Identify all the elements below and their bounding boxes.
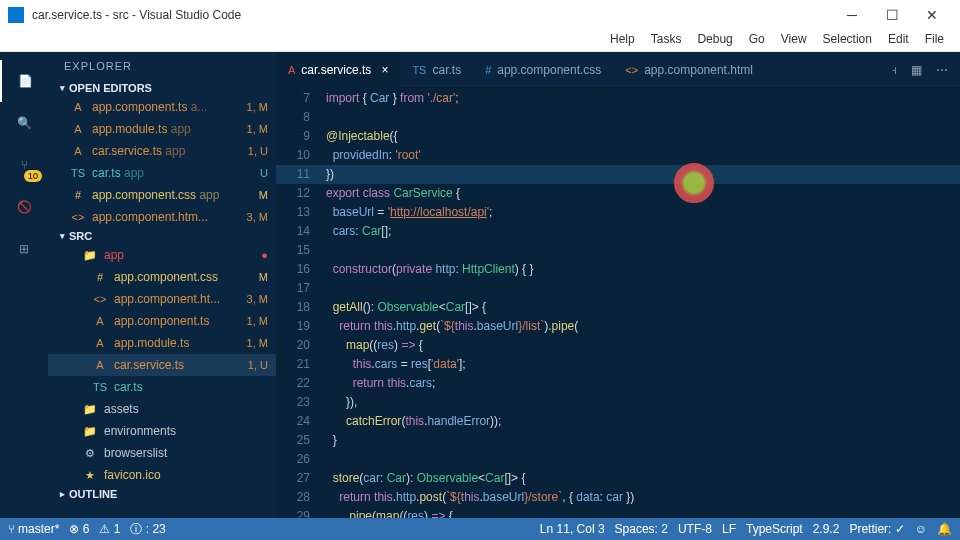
tree-item[interactable]: 📁assets [48,398,276,420]
code-line[interactable]: 18 getAll(): Observable<Car[]> { [276,298,960,317]
explorer-header: EXPLORER [48,52,276,80]
code-line[interactable]: 17 [276,279,960,298]
tree-item[interactable]: <>app.component.ht...3, M [48,288,276,310]
tab[interactable]: Acar.service.ts× [276,52,400,87]
code-line[interactable]: 7import { Car } from './car'; [276,89,960,108]
git-branch[interactable]: ⑂ master* [8,522,59,536]
tree-item[interactable]: 📁environments [48,420,276,442]
more-icon[interactable]: ⋯ [936,63,948,77]
code-line[interactable]: 20 map((res) => { [276,336,960,355]
code-line[interactable]: 8 [276,108,960,127]
tab[interactable]: TScar.ts [400,52,473,87]
menu-tasks[interactable]: Tasks [643,30,690,51]
code-line[interactable]: 19 return this.http.get(`${this.baseUrl}… [276,317,960,336]
code-line[interactable]: 26 [276,450,960,469]
code-line[interactable]: 22 return this.cars; [276,374,960,393]
activity-bar: 📄 🔍 ⑂10 🚫 ⊞ [0,52,48,518]
split-icon[interactable]: ⫞ [891,63,897,77]
tree-item[interactable]: TScar.ts [48,376,276,398]
tab-bar: Acar.service.ts×TScar.ts#app.component.c… [276,52,960,87]
close-tab-icon[interactable]: × [381,63,388,77]
code-line[interactable]: 25 } [276,431,960,450]
tab[interactable]: <>app.component.html [613,52,765,87]
warnings[interactable]: ⚠ 1 [99,522,120,536]
vscode-icon [8,7,24,23]
code-line[interactable]: 11}) [276,165,960,184]
src-section[interactable]: SRC [48,228,276,244]
open-editor-item[interactable]: #app.component.css appM [48,184,276,206]
window-title: car.service.ts - src - Visual Studio Cod… [32,8,832,22]
open-editor-item[interactable]: Aapp.module.ts app1, M [48,118,276,140]
code-line[interactable]: 28 return this.http.post(`${this.baseUrl… [276,488,960,507]
tree-item[interactable]: Aapp.component.ts1, M [48,310,276,332]
explorer-icon[interactable]: 📄 [0,60,48,102]
menu-selection[interactable]: Selection [815,30,880,51]
editor: Acar.service.ts×TScar.ts#app.component.c… [276,52,960,518]
scm-icon[interactable]: ⑂10 [0,144,48,186]
language[interactable]: TypeScript [746,522,803,536]
feedback-icon[interactable]: ☺ [915,522,927,536]
info[interactable]: ⓘ : 23 [130,521,165,538]
minimize-button[interactable]: ─ [832,0,872,30]
tree-item[interactable]: ★favicon.ico [48,464,276,486]
menubar: HelpTasksDebugGoViewSelectionEditFile [0,30,960,52]
tree-item[interactable]: #app.component.cssM [48,266,276,288]
extensions-icon[interactable]: ⊞ [0,228,48,270]
code-line[interactable]: 29 .pipe(map((res) => { [276,507,960,518]
prettier[interactable]: Prettier: ✓ [849,522,904,536]
tree-item[interactable]: Acar.service.ts1, U [48,354,276,376]
menu-help[interactable]: Help [602,30,643,51]
menu-view[interactable]: View [773,30,815,51]
layout-icon[interactable]: ▦ [911,63,922,77]
code-line[interactable]: 10 providedIn: 'root' [276,146,960,165]
open-editor-item[interactable]: Aapp.component.ts a...1, M [48,96,276,118]
code-line[interactable]: 14 cars: Car[]; [276,222,960,241]
code-line[interactable]: 13 baseUrl = 'http://localhost/api'; [276,203,960,222]
status-bar: ⑂ master* ⊗ 6 ⚠ 1 ⓘ : 23 Ln 11, Col 3 Sp… [0,518,960,540]
outline-section[interactable]: OUTLINE [48,486,276,502]
maximize-button[interactable]: ☐ [872,0,912,30]
code-line[interactable]: 9@Injectable({ [276,127,960,146]
bell-icon[interactable]: 🔔 [937,522,952,536]
code-line[interactable]: 21 this.cars = res['data']; [276,355,960,374]
tab[interactable]: #app.component.css [473,52,613,87]
open-editor-item[interactable]: <>app.component.htm... 3, M [48,206,276,228]
spaces[interactable]: Spaces: 2 [615,522,668,536]
encoding[interactable]: UTF-8 [678,522,712,536]
menu-go[interactable]: Go [741,30,773,51]
cursor-highlight [674,163,714,203]
code-line[interactable]: 23 }), [276,393,960,412]
code-area[interactable]: 7import { Car } from './car';89@Injectab… [276,87,960,518]
eol[interactable]: LF [722,522,736,536]
menu-file[interactable]: File [917,30,952,51]
code-line[interactable]: 12export class CarService { [276,184,960,203]
titlebar: car.service.ts - src - Visual Studio Cod… [0,0,960,30]
tree-item[interactable]: 📁app● [48,244,276,266]
code-line[interactable]: 27 store(car: Car): Observable<Car[]> { [276,469,960,488]
ts-version[interactable]: 2.9.2 [813,522,840,536]
errors[interactable]: ⊗ 6 [69,522,89,536]
open-editor-item[interactable]: TScar.ts appU [48,162,276,184]
close-button[interactable]: ✕ [912,0,952,30]
code-line[interactable]: 24 catchError(this.handleError)); [276,412,960,431]
code-line[interactable]: 15 [276,241,960,260]
menu-edit[interactable]: Edit [880,30,917,51]
open-editor-item[interactable]: Acar.service.ts app1, U [48,140,276,162]
open-editors-section[interactable]: OPEN EDITORS [48,80,276,96]
menu-debug[interactable]: Debug [689,30,740,51]
tree-item[interactable]: ⚙browserslist [48,442,276,464]
debug-icon[interactable]: 🚫 [0,186,48,228]
tree-item[interactable]: Aapp.module.ts1, M [48,332,276,354]
search-icon[interactable]: 🔍 [0,102,48,144]
code-line[interactable]: 16 constructor(private http: HttpClient)… [276,260,960,279]
sidebar: EXPLORER OPEN EDITORS Aapp.component.ts … [48,52,276,518]
cursor-pos[interactable]: Ln 11, Col 3 [540,522,605,536]
